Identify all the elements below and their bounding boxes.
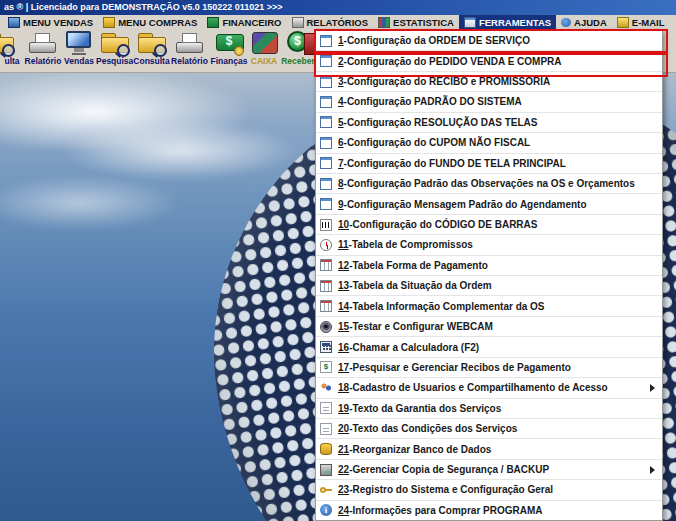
printer-icon	[292, 17, 304, 28]
table-icon	[320, 300, 332, 312]
menu-item-tabela-forma-pagamento[interactable]: 12-Tabela Forma de Pagamento	[316, 256, 662, 276]
toolbar-button-relatorio[interactable]: Relatório	[24, 30, 62, 71]
form-icon	[320, 157, 332, 169]
cart-icon	[103, 17, 115, 28]
menu-item-label: -Cadastro de Usuarios e Compartilhamento…	[349, 382, 608, 393]
menubar-label: ESTATISTICA	[393, 17, 454, 28]
menu-item-label: -Tabela da Situação da Ordem	[349, 280, 492, 291]
menu-item-label: -Registro do Sistema e Configuração Gera…	[349, 484, 553, 495]
menubar-item-relatorios[interactable]: RELATÓRIOS	[287, 15, 374, 29]
menu-item-tabela-info-complementar[interactable]: 14-Tabela Informação Complementar da OS	[316, 296, 662, 316]
printer-icon	[174, 31, 206, 56]
menu-item-config-padrao-sistema[interactable]: 4-Configuração PADRÃO DO SISTEMA	[316, 92, 662, 112]
menu-item-label: -Configuração RESOLUÇÃO DAS TELAS	[344, 117, 538, 128]
menu-item-label: -Configuração do FUNDO DE TELA PRINCIPAL	[344, 158, 566, 169]
menu-item-texto-condicoes[interactable]: 20-Texto das Condições dos Serviços	[316, 419, 662, 439]
menubar-item-email[interactable]: E-MAIL	[612, 15, 670, 29]
toolbar-label: Finanças	[210, 56, 248, 67]
menu-item-number: 24	[338, 505, 349, 516]
submenu-arrow-icon	[650, 384, 655, 392]
menu-item-label: -Configuração PADRÃO DO SISTEMA	[344, 96, 522, 107]
toolbar-button-caixa[interactable]: CAIXA	[248, 30, 280, 71]
toolbar-label: Pesquisa	[96, 56, 133, 67]
menu-item-config-observacoes-os[interactable]: 8-Configuração Padrão das Observações na…	[316, 174, 662, 194]
menu-item-label: -Configuração do PEDIDO VENDA E COMPRA	[344, 56, 562, 67]
form-icon	[320, 55, 332, 67]
database-icon	[320, 443, 332, 455]
menubar-label: RELATÓRIOS	[307, 17, 369, 28]
menu-item-label: -Tabela de Compromissos	[349, 239, 473, 250]
email-icon	[617, 17, 629, 28]
ferramentas-dropdown-menu: 1-Configuração da ORDEM DE SERVIÇO 2-Con…	[315, 30, 663, 521]
menu-item-config-mensagem-agendamento[interactable]: 9-Configuração Mensagem Padrão do Agenda…	[316, 194, 662, 214]
menu-item-number: 16	[338, 342, 349, 353]
menubar-item-menu-vendas[interactable]: MENU VENDAS	[3, 15, 98, 29]
menu-item-label: -Configuração Padrão das Observações na …	[344, 178, 635, 189]
menu-item-config-fundo-tela[interactable]: 7-Configuração do FUNDO DE TELA PRINCIPA…	[316, 154, 662, 174]
menu-item-informacoes-comprar[interactable]: 24-Informações para Comprar PROGRAMA	[316, 501, 662, 520]
menu-item-reorganizar-banco-dados[interactable]: 21-Reorganizar Banco de Dados	[316, 439, 662, 459]
menu-item-number: 21	[338, 444, 349, 455]
menu-item-backup[interactable]: 22-Gerenciar Copia de Segurança / BACKUP	[316, 460, 662, 480]
toolbar-label: Relatório	[24, 56, 62, 67]
table-icon	[320, 280, 332, 292]
menu-item-label: -Configuração do RECIBO e PROMISSÓRIA	[344, 76, 551, 87]
money-icon	[213, 31, 245, 56]
menubar-label: FERRAMENTAS	[479, 17, 551, 28]
menu-item-config-cupom-nao-fiscal[interactable]: 6-Configuração do CUPOM NÃO FISCAL	[316, 133, 662, 153]
menubar-item-ajuda[interactable]: AJUDA	[556, 15, 612, 29]
menu-item-texto-garantia[interactable]: 19-Texto da Garantia dos Serviços	[316, 399, 662, 419]
folder-search-icon	[136, 31, 168, 56]
menu-item-label: -Pesquisar e Gerenciar Recibos de Pagame…	[349, 362, 571, 373]
form-icon	[320, 96, 332, 108]
menu-item-number: 10	[338, 219, 349, 230]
menu-item-calculadora[interactable]: 16-Chamar a Calculadora (F2)	[316, 337, 662, 357]
menu-item-config-pedido-venda-compra[interactable]: 2-Configuração do PEDIDO VENDA E COMPRA	[316, 51, 662, 71]
magnifier-icon	[2, 44, 15, 57]
magnifier-icon	[154, 44, 167, 57]
menu-item-label: -Testar e Configurar WEBCAM	[349, 321, 493, 332]
menu-item-config-resolucao-telas[interactable]: 5-Configuração RESOLUÇÃO DAS TELAS	[316, 113, 662, 133]
toolbar-button-consulta-partial[interactable]: ulta	[0, 30, 24, 71]
toolbar-button-vendas[interactable]: Vendas	[62, 30, 96, 71]
magnifier-icon	[117, 44, 130, 57]
menu-item-label: -Gerenciar Copia de Segurança / BACKUP	[349, 464, 549, 475]
menubar-label: E-MAIL	[632, 17, 665, 28]
monitor-icon	[63, 31, 95, 56]
toolbar-button-relatorio-2[interactable]: Relatório	[170, 30, 209, 71]
toolbar-button-consulta[interactable]: Consulta	[133, 30, 170, 71]
toolbar-button-financas[interactable]: Finanças	[210, 30, 248, 71]
folder-search-icon	[99, 31, 131, 56]
menu-item-number: 22	[338, 464, 349, 475]
menu-item-number: 15	[338, 321, 349, 332]
toolbar-button-pesquisa[interactable]: Pesquisa	[96, 30, 133, 71]
menubar-item-financeiro[interactable]: FINANCEIRO	[202, 15, 286, 29]
menu-item-number: 17	[338, 362, 349, 373]
menu-item-number: 20	[338, 423, 349, 434]
submenu-arrow-icon	[650, 466, 655, 474]
menu-item-testar-webcam[interactable]: 15-Testar e Configurar WEBCAM	[316, 317, 662, 337]
tools-icon	[464, 17, 476, 28]
menu-item-label: -Chamar a Calculadora (F2)	[349, 342, 479, 353]
menubar-item-ferramentas[interactable]: FERRAMENTAS	[459, 15, 556, 29]
menu-item-config-ordem-servico[interactable]: 1-Configuração da ORDEM DE SERVIÇO	[316, 31, 662, 51]
menu-item-tabela-situacao-ordem[interactable]: 13-Tabela da Situação da Ordem	[316, 276, 662, 296]
window-title: as ® | Licenciado para DEMONSTRAÇÃO v5.0…	[4, 2, 283, 12]
menu-item-label: -Texto das Condições dos Serviços	[349, 423, 517, 434]
menu-item-tabela-compromissos[interactable]: 11-Tabela de Compromissos	[316, 235, 662, 255]
menu-item-label: -Informações para Comprar PROGRAMA	[349, 505, 542, 516]
window-titlebar: as ® | Licenciado para DEMONSTRAÇÃO v5.0…	[0, 0, 676, 15]
menu-item-registro-sistema[interactable]: 23-Registro do Sistema e Configuração Ge…	[316, 480, 662, 500]
toolbar-label: CAIXA	[248, 56, 280, 67]
cloud	[0, 173, 190, 233]
menu-item-cadastro-usuarios[interactable]: 18-Cadastro de Usuarios e Compartilhamen…	[316, 378, 662, 398]
menu-item-config-recibo-promissoria[interactable]: 3-Configuração do RECIBO e PROMISSÓRIA	[316, 72, 662, 92]
menubar-item-menu-compras[interactable]: MENU COMPRAS	[98, 15, 202, 29]
menu-item-recibos-pagamento[interactable]: 17-Pesquisar e Gerenciar Recibos de Paga…	[316, 358, 662, 378]
menubar-item-estatistica[interactable]: ESTATISTICA	[373, 15, 459, 29]
application-window: as ® | Licenciado para DEMONSTRAÇÃO v5.0…	[0, 0, 676, 521]
form-icon	[320, 116, 332, 128]
menu-item-config-codigo-barras[interactable]: 10-Configuração do CÓDIGO DE BARRAS	[316, 215, 662, 235]
monitor-icon	[8, 17, 20, 28]
help-icon	[561, 18, 571, 27]
